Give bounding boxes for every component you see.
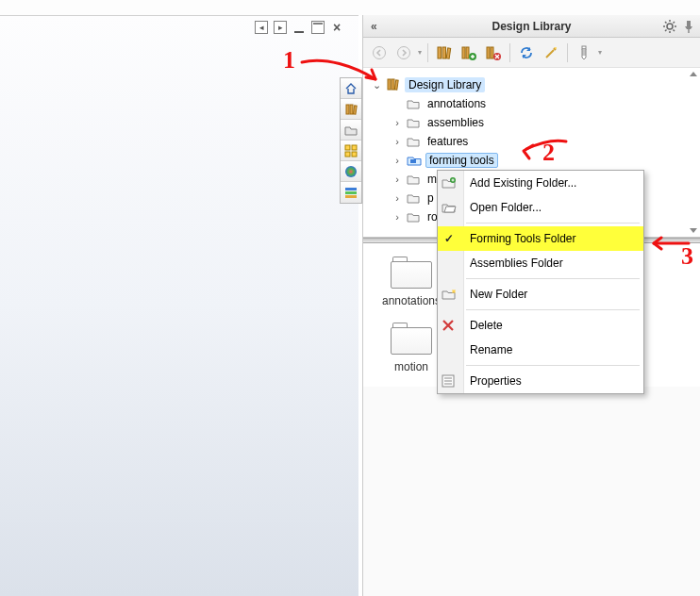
ctx-new-folder[interactable]: New Folder bbox=[438, 282, 643, 306]
folder-plus-icon bbox=[442, 176, 460, 190]
svg-rect-9 bbox=[345, 191, 357, 194]
svg-rect-10 bbox=[345, 195, 357, 198]
prev-doc-button[interactable]: ◂ bbox=[255, 21, 268, 34]
folder-item-label: motion bbox=[394, 360, 428, 373]
folder-new-icon bbox=[442, 288, 460, 301]
svg-rect-20 bbox=[687, 21, 691, 26]
library-add-button[interactable] bbox=[458, 42, 479, 63]
panel-toolbar: ▾ ▾ bbox=[363, 38, 700, 68]
search-button[interactable] bbox=[541, 42, 561, 63]
close-button[interactable]: × bbox=[330, 21, 343, 34]
custom-props-tab[interactable] bbox=[341, 182, 361, 203]
library-del-button[interactable] bbox=[483, 42, 504, 63]
books-x-icon bbox=[485, 44, 502, 61]
chevron-right-icon[interactable]: › bbox=[392, 192, 403, 204]
svg-point-22 bbox=[374, 46, 386, 58]
window-controls: ◂ ▸ × bbox=[255, 21, 343, 34]
svg-rect-24 bbox=[438, 47, 442, 58]
chevron-right-icon[interactable]: › bbox=[392, 136, 403, 147]
tree-scrollbar[interactable] bbox=[689, 72, 698, 233]
books-icon bbox=[386, 77, 401, 92]
ctx-open-folder[interactable]: Open Folder... bbox=[438, 195, 643, 220]
nav-fwd-button[interactable] bbox=[393, 42, 414, 63]
arrow-right-icon bbox=[396, 45, 411, 60]
panel-header: « Design Library bbox=[363, 15, 700, 38]
appearances-tab[interactable] bbox=[341, 161, 361, 182]
panel-options-button[interactable] bbox=[660, 19, 679, 34]
next-doc-button[interactable]: ▸ bbox=[274, 21, 287, 34]
svg-point-23 bbox=[398, 46, 410, 58]
scroll-up-icon[interactable] bbox=[690, 72, 697, 76]
folder-icon bbox=[407, 136, 420, 147]
maximize-button[interactable] bbox=[311, 21, 325, 34]
collapse-panel-button[interactable]: « bbox=[367, 20, 381, 33]
ctx-item-label: Forming Tools Folder bbox=[470, 232, 576, 245]
tree-root[interactable]: ⌄ Design Library bbox=[369, 75, 696, 94]
svg-rect-25 bbox=[442, 47, 446, 58]
svg-rect-37 bbox=[394, 80, 398, 90]
color-ball-icon bbox=[344, 165, 358, 178]
graphics-canvas[interactable] bbox=[0, 15, 358, 596]
svg-line-16 bbox=[665, 22, 667, 24]
books-icon bbox=[344, 103, 358, 116]
tree-item-forming-tools[interactable]: › forming tools bbox=[390, 151, 696, 170]
nav-back-button[interactable] bbox=[369, 42, 390, 63]
library-button[interactable] bbox=[434, 42, 455, 63]
chevron-right-icon[interactable]: › bbox=[392, 211, 403, 223]
chevron-right-icon[interactable]: › bbox=[392, 174, 403, 185]
svg-rect-4 bbox=[352, 145, 357, 150]
ctx-add-existing-folder[interactable]: Add Existing Folder... bbox=[438, 171, 643, 195]
scroll-down-icon[interactable] bbox=[690, 228, 697, 233]
minimize-button[interactable] bbox=[292, 21, 306, 34]
folder-large-icon bbox=[391, 257, 432, 289]
tree-item-features[interactable]: › features bbox=[390, 132, 696, 151]
toolbar-sep bbox=[509, 43, 510, 62]
books-icon bbox=[436, 44, 453, 61]
svg-rect-2 bbox=[353, 105, 357, 113]
ctx-properties[interactable]: Properties bbox=[438, 369, 643, 393]
file-explorer-tab[interactable] bbox=[341, 120, 361, 141]
unpin-button[interactable] bbox=[681, 20, 696, 33]
delete-x-icon bbox=[442, 319, 460, 332]
folder-item[interactable]: motion bbox=[378, 323, 444, 373]
home-icon bbox=[344, 82, 358, 95]
home-tab[interactable] bbox=[341, 78, 361, 99]
chevron-right-icon[interactable]: › bbox=[392, 117, 403, 128]
context-menu: Add Existing Folder... Open Folder... ✓ … bbox=[437, 170, 644, 394]
ctx-forming-tools-folder[interactable]: ✓ Forming Tools Folder bbox=[438, 226, 643, 251]
folder-icon bbox=[407, 174, 420, 185]
ctx-item-label: Delete bbox=[470, 319, 503, 332]
wand-icon bbox=[543, 45, 558, 60]
tree-item-label: forming tools bbox=[425, 153, 498, 168]
param-button[interactable] bbox=[574, 42, 594, 63]
ctx-separator bbox=[466, 365, 640, 366]
folder-icon bbox=[407, 117, 420, 128]
refresh-button[interactable] bbox=[516, 42, 537, 63]
svg-rect-3 bbox=[345, 145, 350, 150]
svg-rect-30 bbox=[487, 47, 490, 58]
window-top-strip bbox=[0, 0, 700, 15]
svg-rect-36 bbox=[392, 79, 394, 90]
view-palette-tab[interactable] bbox=[341, 141, 361, 161]
toolbar-sep bbox=[567, 43, 568, 62]
panel-title: Design Library bbox=[363, 20, 700, 33]
tree-item-assemblies[interactable]: › assemblies bbox=[390, 113, 696, 132]
ctx-separator bbox=[466, 309, 640, 310]
design-library-tab[interactable] bbox=[341, 99, 361, 120]
folder-icon bbox=[407, 192, 420, 204]
chevron-down-icon[interactable]: ⌄ bbox=[371, 79, 382, 91]
ctx-assemblies-folder[interactable]: Assemblies Folder bbox=[438, 251, 643, 275]
svg-rect-27 bbox=[462, 47, 465, 58]
books-plus-icon bbox=[460, 44, 477, 61]
svg-rect-28 bbox=[466, 47, 469, 58]
toolbar-sep bbox=[427, 43, 428, 62]
chevron-right-icon[interactable]: › bbox=[392, 155, 403, 166]
svg-rect-0 bbox=[346, 105, 349, 114]
tree-item-label: annotations bbox=[424, 96, 490, 111]
ctx-delete[interactable]: Delete bbox=[438, 313, 643, 338]
ctx-separator bbox=[466, 223, 640, 224]
ctx-rename[interactable]: Rename bbox=[438, 338, 643, 362]
svg-point-11 bbox=[667, 24, 673, 29]
folder-large-icon bbox=[391, 323, 432, 355]
tree-item-annotations[interactable]: annotations bbox=[390, 94, 696, 113]
